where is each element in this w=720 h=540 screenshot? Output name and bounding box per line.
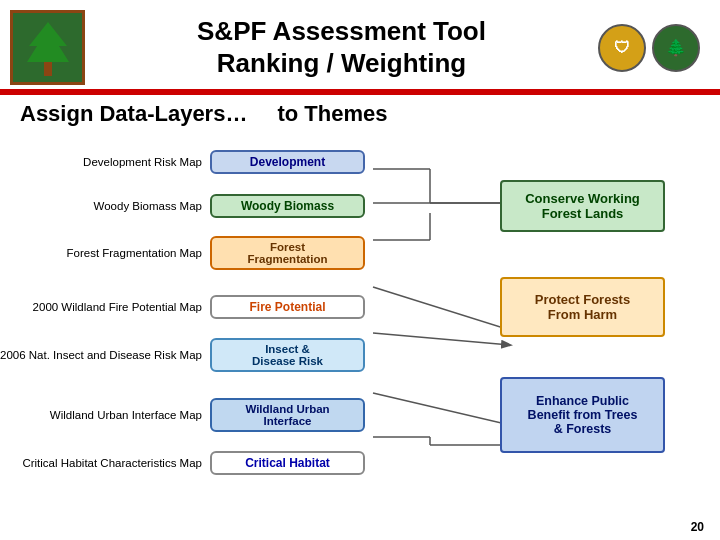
chip-fragmentation: ForestFragmentation [210,236,365,270]
red-bar [0,89,720,95]
to-themes-label: to Themes [277,101,387,127]
row-woody: Woody Biomass Map Woody Biomass Conserve… [0,183,720,229]
row-fire: 2000 Wildland Fire Potential Map Fire Po… [0,285,720,329]
chip-development-box: Development [210,150,365,174]
label-insect: 2006 Nat. Insect and Disease Risk Map [0,349,210,361]
uas-logo: 🛡 [598,24,646,72]
chip-wildland-box: Wildland UrbanInterface [210,398,365,432]
page-number: 20 [691,520,704,534]
row-fragmentation: Forest Fragmentation Map ForestFragmenta… [0,229,720,277]
chip-fragmentation-box: ForestFragmentation [210,236,365,270]
logos-right: 🛡 🌲 [598,24,700,72]
chip-critical-box: Critical Habitat [210,451,365,475]
theme-enhance-label: Enhance PublicBenefit from Trees& Forest… [528,394,638,436]
chip-insect-box: Insect &Disease Risk [210,338,365,372]
theme-protect: Protect ForestsFrom Harm [500,277,665,337]
title-line2: Ranking / Weighting [85,48,598,79]
theme-conserve-label: Conserve WorkingForest Lands [525,191,640,221]
title-line1: S&PF Assessment Tool [85,16,598,47]
assign-label: Assign Data-Layers… [20,101,247,127]
label-fire: 2000 Wildland Fire Potential Map [0,301,210,313]
row-critical: Critical Habitat Characteristics Map Cri… [0,441,720,485]
row-wildland: Wildland Urban Interface Map Wildland Ur… [0,389,720,441]
theme-conserve: Conserve WorkingForest Lands [500,180,665,232]
row-insect: 2006 Nat. Insect and Disease Risk Map In… [0,329,720,381]
label-fragmentation: Forest Fragmentation Map [0,247,210,259]
forest-logo: 🌲 [652,24,700,72]
chip-wildland: Wildland UrbanInterface [210,398,365,432]
label-critical: Critical Habitat Characteristics Map [0,457,210,469]
chip-fire: Fire Potential [210,295,365,319]
svg-rect-1 [44,62,52,76]
header-titles: S&PF Assessment Tool Ranking / Weighting [85,16,598,78]
label-wildland: Wildland Urban Interface Map [0,409,210,421]
logo-left [10,10,85,85]
chip-woody: Woody Biomass [210,194,365,218]
chip-development: Development [210,150,365,174]
row-development: Development Risk Map Development [0,141,720,183]
header: S&PF Assessment Tool Ranking / Weighting… [0,0,720,89]
chip-critical: Critical Habitat [210,451,365,475]
chip-insect: Insect &Disease Risk [210,338,365,372]
label-development: Development Risk Map [0,156,210,168]
theme-protect-label: Protect ForestsFrom Harm [535,292,630,322]
assign-row: Assign Data-Layers… to Themes [0,101,720,135]
label-woody: Woody Biomass Map [0,200,210,212]
chip-woody-box: Woody Biomass [210,194,365,218]
chip-fire-box: Fire Potential [210,295,365,319]
